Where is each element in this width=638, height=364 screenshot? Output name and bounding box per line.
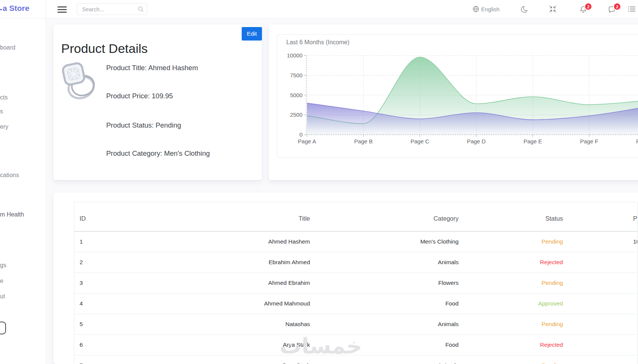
- cell-title: Ebrahim Ahmed: [122, 259, 310, 266]
- cell-category: Food: [346, 300, 459, 307]
- svg-text:2500: 2500: [290, 111, 302, 118]
- table-row: 2Ebrahim AhmedAnimalsRejected: [74, 252, 637, 273]
- cell-title: Bran Stark: [122, 362, 310, 364]
- svg-text:Page F: Page F: [580, 138, 598, 144]
- sidebar-item-profile[interactable]: e: [0, 277, 3, 285]
- sidebar-item-gallery[interactable]: ery: [0, 123, 8, 131]
- sidebar-collapse-button[interactable]: [0, 322, 6, 334]
- sidebar-item-logout[interactable]: ut: [0, 292, 5, 301]
- cell-title: Ahmed Mahmoud: [122, 300, 310, 307]
- cell-status: Pending: [488, 280, 563, 286]
- menu-toggle-icon[interactable]: [57, 6, 67, 14]
- cell-status: Rejected: [488, 259, 563, 266]
- table-header-row: IDTitleCategoryStatusPrice: [74, 202, 637, 232]
- search-box: [77, 3, 147, 15]
- column-header-status: Status: [488, 215, 563, 222]
- top-navbar: English 2 2: [46, 0, 638, 18]
- messages-button[interactable]: 2: [607, 5, 615, 14]
- cell-id: 4: [80, 300, 110, 307]
- product-detail-line: Product Title: Ahmed Hashem: [106, 63, 198, 72]
- notifications-badge: 2: [584, 3, 592, 11]
- sidebar-item-dashboard[interactable]: board: [0, 44, 15, 52]
- table-row: 5NatashasAnimalsPending: [74, 314, 637, 335]
- table-row: 1Ahmed HashemMen's ClothingPending109.95: [74, 232, 637, 252]
- cell-category: Animals: [346, 321, 459, 328]
- column-header-id: ID: [80, 215, 110, 222]
- dark-mode-moon-icon[interactable]: [521, 5, 529, 13]
- cell-status: Approved: [488, 300, 563, 307]
- cell-id: 1: [80, 238, 110, 245]
- cell-status: Pending: [488, 362, 563, 364]
- cell-title: Ahmed Hashem: [122, 238, 310, 245]
- cell-id: 6: [80, 341, 110, 348]
- svg-text:Page B: Page B: [354, 138, 373, 144]
- column-header-title: Title: [122, 215, 310, 222]
- table-row: 6Arya StarkFoodRejected: [74, 335, 637, 355]
- cell-id: 3: [80, 280, 110, 286]
- svg-text:7500: 7500: [290, 72, 302, 78]
- cell-id: 5: [80, 321, 110, 328]
- cell-status: Pending: [488, 238, 563, 245]
- product-detail-line: Product Status: Pending: [106, 121, 181, 129]
- column-header-price: Price: [633, 215, 638, 222]
- app-logo-text: a Store: [3, 4, 29, 13]
- table-row: 4Ahmed MahmoudFoodApproved: [74, 293, 637, 314]
- language-selector[interactable]: English: [472, 0, 500, 18]
- logo-cropped-letter-fragment: [0, 9, 2, 10]
- svg-text:10000: 10000: [287, 52, 302, 59]
- cell-status: Rejected: [488, 341, 563, 348]
- cell-id: 2: [80, 259, 110, 266]
- svg-text:Page C: Page C: [411, 138, 429, 144]
- svg-text:Page D: Page D: [467, 138, 486, 144]
- cell-category: Food: [346, 341, 459, 348]
- column-header-category: Category: [346, 215, 459, 222]
- sidebar: a Store boardctsserycationsm Healthgseut: [0, 0, 46, 364]
- product-detail-line: Product Category: Men's Clothing: [106, 149, 210, 158]
- cell-category: Animals: [346, 259, 459, 266]
- cell-title: Ahmed Ebrahim: [122, 280, 310, 286]
- income-chart-card: Last 6 Months (Income) 02500500075001000…: [269, 24, 638, 180]
- sidebar-item-settings[interactable]: gs: [0, 261, 6, 269]
- table-row: 7Bran StarkAnimalsPending: [74, 355, 637, 364]
- product-detail-line: Product Price: 109.95: [106, 92, 173, 100]
- income-area-chart: 025005000750010000Page APage BPage CPage…: [277, 35, 638, 157]
- cell-title: Arya Stark: [122, 341, 310, 348]
- cell-title: Natashas: [122, 321, 310, 328]
- product-image-ring: [62, 62, 98, 104]
- svg-text:Page E: Page E: [524, 138, 542, 144]
- svg-text:Page G: Page G: [636, 138, 638, 144]
- fullscreen-compress-icon[interactable]: [549, 5, 557, 13]
- list-menu-icon[interactable]: [627, 5, 636, 13]
- app-screen: a Store boardctsserycationsm Healthgseut: [0, 0, 638, 364]
- income-chart-box: Last 6 Months (Income) 02500500075001000…: [277, 35, 638, 158]
- table-row: 3Ahmed EbrahimFlowersPending: [74, 273, 637, 293]
- cell-price: 109.95: [633, 238, 638, 245]
- products-table-card: IDTitleCategoryStatusPrice 1Ahmed Hashem…: [53, 193, 638, 364]
- globe-icon: [472, 5, 480, 13]
- messages-badge: 2: [613, 3, 621, 11]
- cell-category: Flowers: [346, 280, 459, 286]
- sidebar-item-products[interactable]: cts: [0, 93, 8, 102]
- notifications-button[interactable]: 2: [579, 5, 587, 14]
- app-logo[interactable]: a Store: [0, 0, 46, 18]
- cell-status: Pending: [488, 321, 563, 328]
- products-table: IDTitleCategoryStatusPrice 1Ahmed Hashem…: [74, 202, 638, 364]
- edit-button[interactable]: Edit: [242, 27, 262, 41]
- search-input[interactable]: [77, 4, 139, 15]
- sidebar-item-orders[interactable]: s: [0, 107, 3, 116]
- table-body: 1Ahmed HashemMen's ClothingPending109.95…: [74, 232, 637, 364]
- svg-text:5000: 5000: [290, 92, 302, 98]
- product-details-card: Product Details Edit Product Title: Ahme…: [53, 24, 262, 180]
- language-label: English: [481, 6, 500, 12]
- svg-text:0: 0: [299, 131, 302, 138]
- cell-id: 7: [80, 362, 110, 364]
- sidebar-item-notifications[interactable]: cations: [0, 171, 19, 179]
- cell-category: Animals: [346, 362, 459, 364]
- svg-text:Page A: Page A: [298, 138, 316, 144]
- sidebar-item-system-health[interactable]: m Health: [0, 211, 24, 219]
- cell-category: Men's Clothing: [346, 238, 459, 245]
- page-title: Product Details: [61, 41, 148, 56]
- search-icon: [138, 6, 144, 12]
